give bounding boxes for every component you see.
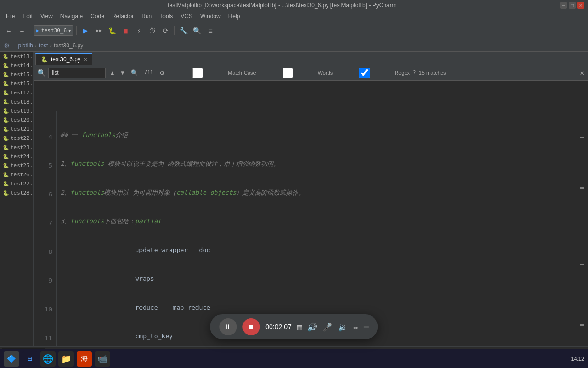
search-everywhere-button[interactable]: 🔧 [178,25,189,36]
taskbar-pycharm-icon[interactable]: 🔷 [4,351,19,367]
sidebar-file-test25[interactable]: 🐍 test25. [0,161,33,170]
media-pause-button[interactable]: ⏸ [219,318,237,335]
scroll-marker-3 [580,264,584,265]
sidebar-file-test20[interactable]: 🐍 test20. [0,115,33,125]
editor-container: 🐍 test30_6.py ✕ 🔍 ▲ ▼ 🔍 All ⚙ Match Case… [34,52,588,346]
titlebar-controls: ─ □ ✕ [560,2,584,9]
stop-button[interactable]: ■ [120,25,131,36]
menu-tools[interactable]: Tools [156,12,177,21]
menu-help[interactable]: Help [225,12,244,21]
sidebar-file-test22[interactable]: 🐍 test22. [0,134,33,143]
menu-code[interactable]: Code [87,12,108,21]
breadcrumb-test[interactable]: test [39,42,48,49]
media-minus-icon[interactable]: ─ [364,322,369,332]
breadcrumb-plotlib[interactable]: plotlib [18,42,33,49]
menu-window[interactable]: Window [196,12,225,21]
code-line-7: 3、functools下面包括：partial [60,217,577,226]
forward-button[interactable]: → [16,25,28,36]
breadcrumb-minimize[interactable]: ─ [12,42,16,49]
search-option-regex[interactable]: Regex [336,68,410,78]
sidebar-file-test19[interactable]: 🐍 test19. [0,106,33,115]
sidebar-file-test23[interactable]: 🐍 test23. [0,143,33,152]
run-with-coverage[interactable]: ⚡ [133,25,145,36]
match-case-label: Match Case [228,70,256,76]
taskbar-start-button[interactable]: ⊞ [22,351,37,367]
breadcrumb: ⚙ ─ plotlib › test › test30_6.py [0,39,588,52]
pycharm-icon: 🔷 [7,354,16,363]
code-content[interactable]: 4 5 6 7 8 9 10 11 12 13 14 15 16 17 [34,80,588,346]
search-option-matchcase[interactable]: Match Case [169,68,256,78]
sidebar-file-test14[interactable]: 🐍 test14. [0,61,33,70]
main-area: 🐍 test13. 🐍 test14. 🐍 test15. 🐍 test15. … [0,52,588,346]
sidebar-file-test27[interactable]: 🐍 test27. [0,179,33,188]
search-filter-button[interactable]: ⚙ [158,68,166,78]
minimize-button[interactable]: ─ [560,2,567,9]
media-time: 00:02:07 [265,323,292,331]
taskbar-explorer-icon[interactable]: 📁 [58,351,74,367]
taskbar-haidao-icon[interactable]: 海 [77,351,92,367]
taskbar-chrome-icon[interactable]: 🌐 [40,351,56,367]
run-button[interactable]: ▶ [79,25,91,36]
sidebar-file-test28[interactable]: 🐍 test28. [0,188,33,197]
python-file-icon-5: 🐍 [3,90,9,95]
media-volume-icon[interactable]: 🔊 [307,322,317,332]
search-input[interactable] [48,68,106,78]
run-config-dropdown[interactable]: ▶ test30_6 ▼ [34,25,73,36]
media-stop-button[interactable]: ⏹ [242,318,260,335]
breadcrumb-file[interactable]: test30_6.py [54,42,83,49]
sidebar-file-test21[interactable]: 🐍 test21. [0,125,33,134]
tab-test30-6[interactable]: 🐍 test30_6.py ✕ [35,53,92,65]
code-lines: ## 一 functools介绍 1、functools 模块可以说主要是为 函… [57,111,577,346]
menu-vcs[interactable]: VCS [177,12,196,21]
sidebar-file-test18[interactable]: 🐍 test18. [0,97,33,106]
nav-button[interactable]: ≡ [204,25,216,36]
find-button[interactable]: 🔍 [191,25,203,36]
taskbar-time: 14:12 [571,356,584,362]
python-file-icon-6: 🐍 [3,99,9,104]
menu-view[interactable]: View [36,12,57,21]
coverage-button[interactable]: ▶▶ [93,25,104,36]
chrome-icon: 🌐 [43,354,53,364]
sidebar-file-test26[interactable]: 🐍 test26. [0,170,33,179]
profile-button[interactable]: ⏱ [147,25,158,36]
close-button[interactable]: ✕ [577,2,584,9]
code-editor[interactable]: 4 5 6 7 8 9 10 11 12 13 14 15 16 17 [34,80,588,346]
media-mic-icon[interactable]: 🎤 [323,322,332,332]
python-file-icon-8: 🐍 [3,117,9,123]
back-button[interactable]: ← [3,25,14,36]
search-close-button[interactable]: ✕ [580,69,584,77]
concurrency-button[interactable]: ⟳ [160,25,171,36]
python-file-icon: 🐍 [3,54,9,59]
python-file-icon-9: 🐍 [3,126,9,132]
search-option-words[interactable]: Words [259,68,333,78]
titlebar-title: testMatplotlib [D:\workspace\testMatplot… [4,2,560,9]
search-next-button[interactable]: ▼ [119,69,126,77]
media-pen-icon[interactable]: ✏ [353,322,358,332]
menu-refactor[interactable]: Refactor [108,12,137,21]
explorer-icon: 📁 [61,354,71,364]
menu-navigate[interactable]: Navigate [57,12,87,21]
sidebar-file-test13[interactable]: 🐍 test13. [0,52,33,61]
tab-bar: 🐍 test30_6.py ✕ [34,52,588,65]
sidebar-file-test15b[interactable]: 🐍 test15. [0,79,33,88]
media-bars-icon[interactable]: ▦ [297,322,302,332]
maximize-button[interactable]: □ [569,2,576,9]
video-icon: 📹 [97,354,108,364]
taskbar-video-icon[interactable]: 📹 [95,351,110,367]
debug-button[interactable]: 🐛 [106,25,118,36]
menu-file[interactable]: File [2,12,19,21]
haidao-icon: 海 [81,355,88,363]
menu-edit[interactable]: Edit [19,12,36,21]
media-speaker-icon[interactable]: 🔉 [338,322,348,332]
breadcrumb-settings[interactable]: ⚙ [4,42,10,49]
tab-close-button[interactable]: ✕ [83,57,87,62]
search-find-button[interactable]: 🔍 [129,69,140,77]
regex-label: Regex [395,70,410,76]
search-prev-button[interactable]: ▲ [109,69,116,77]
search-findall-button[interactable]: All [143,69,155,76]
menu-run[interactable]: Run [137,12,156,21]
sidebar-file-test17[interactable]: 🐍 test17. [0,88,33,97]
sidebar-file-test24[interactable]: 🐍 test24. [0,152,33,161]
sidebar-file-test15a[interactable]: 🐍 test15. [0,70,33,79]
tab-label: test30_6.py [51,56,80,63]
